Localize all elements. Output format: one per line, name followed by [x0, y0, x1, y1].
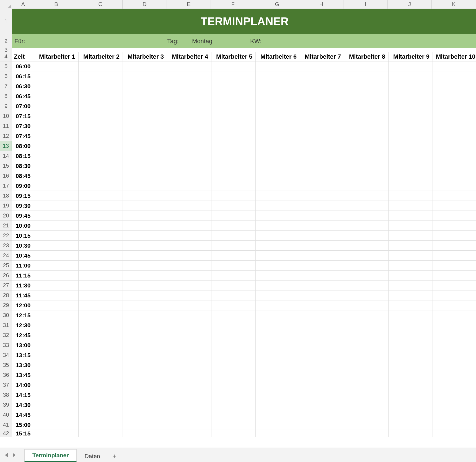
data-cell-r7-c2[interactable]	[79, 81, 123, 91]
data-cell-r42-c2[interactable]	[79, 430, 123, 437]
data-cell-r12-c2[interactable]	[79, 131, 123, 141]
row-header-17[interactable]: 17	[0, 181, 12, 191]
data-cell-r8-c9[interactable]	[389, 91, 433, 101]
data-cell-r31-c7[interactable]	[300, 320, 344, 330]
data-cell-r37-c4[interactable]	[167, 380, 211, 390]
data-cell-r39-c5[interactable]	[211, 400, 256, 410]
data-cell-r9-c5[interactable]	[211, 101, 256, 111]
data-cell-r20-c7[interactable]	[300, 211, 344, 221]
data-cell-r42-c5[interactable]	[211, 430, 256, 437]
data-cell-r34-c8[interactable]	[344, 350, 389, 360]
row-header-1[interactable]: 1	[0, 9, 12, 34]
data-cell-r8-c4[interactable]	[167, 91, 211, 101]
time-cell-40[interactable]: 14:45	[12, 410, 34, 420]
data-cell-r22-c3[interactable]	[123, 231, 167, 241]
data-cell-r7-c1[interactable]	[34, 81, 79, 91]
data-cell-r39-c6[interactable]	[256, 400, 300, 410]
data-cell-r27-c3[interactable]	[123, 281, 167, 290]
row-header-37[interactable]: 37	[0, 380, 12, 390]
data-cell-r18-c1[interactable]	[34, 191, 79, 201]
column-header-I[interactable]: I	[343, 0, 388, 9]
row-header-36[interactable]: 36	[0, 370, 12, 380]
data-cell-r14-c7[interactable]	[300, 151, 344, 161]
data-cell-r18-c8[interactable]	[344, 191, 389, 201]
data-cell-r32-c3[interactable]	[123, 330, 167, 340]
data-cell-r20-c3[interactable]	[123, 211, 167, 221]
data-cell-r39-c2[interactable]	[79, 400, 123, 410]
data-cell-r34-c6[interactable]	[256, 350, 300, 360]
data-cell-r12-c4[interactable]	[167, 131, 211, 141]
data-cell-r11-c5[interactable]	[211, 121, 256, 131]
data-cell-r16-c8[interactable]	[344, 171, 389, 181]
data-cell-r9-c8[interactable]	[344, 101, 389, 111]
data-cell-r36-c3[interactable]	[123, 370, 167, 380]
data-cell-r23-c8[interactable]	[344, 241, 389, 251]
data-cell-r14-c4[interactable]	[167, 151, 211, 161]
column-header-C[interactable]: C	[78, 0, 123, 9]
time-cell-39[interactable]: 14:30	[12, 400, 34, 410]
data-cell-r5-c9[interactable]	[389, 61, 433, 71]
data-cell-r17-c6[interactable]	[256, 181, 300, 191]
data-cell-r8-c5[interactable]	[211, 91, 256, 101]
data-cell-r39-c7[interactable]	[300, 400, 344, 410]
data-cell-r30-c8[interactable]	[344, 310, 389, 320]
data-cell-r22-c8[interactable]	[344, 231, 389, 241]
data-cell-r31-c5[interactable]	[211, 320, 256, 330]
data-cell-r25-c4[interactable]	[167, 261, 211, 271]
data-cell-r32-c7[interactable]	[300, 330, 344, 340]
data-cell-r11-c8[interactable]	[344, 121, 389, 131]
data-cell-r6-c5[interactable]	[211, 71, 256, 81]
data-cell-r6-c6[interactable]	[256, 71, 300, 81]
row-header-23[interactable]: 23	[0, 241, 12, 251]
data-cell-r7-c10[interactable]	[433, 81, 476, 91]
data-cell-r38-c9[interactable]	[389, 390, 433, 400]
data-cell-r7-c4[interactable]	[167, 81, 211, 91]
row-header-10[interactable]: 10	[0, 111, 12, 121]
header-mitarbeiter-3[interactable]: Mitarbeiter 3	[123, 52, 167, 61]
data-cell-r32-c5[interactable]	[211, 330, 256, 340]
row-header-42[interactable]: 42	[0, 430, 12, 437]
data-cell-r37-c2[interactable]	[79, 380, 123, 390]
time-cell-19[interactable]: 09:30	[12, 201, 34, 211]
data-cell-r29-c10[interactable]	[433, 300, 476, 310]
data-cell-r10-c1[interactable]	[34, 111, 79, 121]
row-header-15[interactable]: 15	[0, 161, 12, 171]
row-header-41[interactable]: 41	[0, 420, 12, 430]
time-cell-9[interactable]: 07:00	[12, 101, 34, 111]
data-cell-r33-c2[interactable]	[79, 340, 123, 350]
data-cell-r20-c10[interactable]	[433, 211, 476, 221]
data-cell-r23-c3[interactable]	[123, 241, 167, 251]
data-cell-r15-c6[interactable]	[256, 161, 300, 171]
data-cell-r29-c9[interactable]	[389, 300, 433, 310]
data-cell-r30-c4[interactable]	[167, 310, 211, 320]
data-cell-r12-c5[interactable]	[211, 131, 256, 141]
data-cell-r23-c10[interactable]	[433, 241, 476, 251]
data-cell-r24-c7[interactable]	[300, 251, 344, 261]
data-cell-r30-c10[interactable]	[433, 310, 476, 320]
data-cell-r12-c1[interactable]	[34, 131, 79, 141]
data-cell-r37-c6[interactable]	[256, 380, 300, 390]
row-header-13[interactable]: 13	[0, 141, 12, 151]
data-cell-r40-c5[interactable]	[211, 410, 256, 420]
time-cell-38[interactable]: 14:15	[12, 390, 34, 400]
row-header-40[interactable]: 40	[0, 410, 12, 420]
data-cell-r18-c9[interactable]	[389, 191, 433, 201]
data-cell-r28-c6[interactable]	[256, 290, 300, 300]
data-cell-r19-c10[interactable]	[433, 201, 476, 211]
data-cell-r5-c1[interactable]	[34, 61, 79, 71]
data-cell-r42-c8[interactable]	[344, 430, 389, 437]
data-cell-r33-c1[interactable]	[34, 340, 79, 350]
data-cell-r31-c2[interactable]	[79, 320, 123, 330]
data-cell-r10-c3[interactable]	[123, 111, 167, 121]
time-cell-12[interactable]: 07:45	[12, 131, 34, 141]
data-cell-r21-c1[interactable]	[34, 221, 79, 231]
data-cell-r20-c4[interactable]	[167, 211, 211, 221]
data-cell-r12-c9[interactable]	[389, 131, 433, 141]
data-cell-r23-c6[interactable]	[256, 241, 300, 251]
data-cell-r41-c5[interactable]	[211, 420, 256, 430]
data-cell-r19-c8[interactable]	[344, 201, 389, 211]
time-cell-25[interactable]: 11:00	[12, 261, 34, 271]
data-cell-r7-c7[interactable]	[300, 81, 344, 91]
data-cell-r38-c1[interactable]	[34, 390, 79, 400]
data-cell-r27-c4[interactable]	[167, 281, 211, 290]
